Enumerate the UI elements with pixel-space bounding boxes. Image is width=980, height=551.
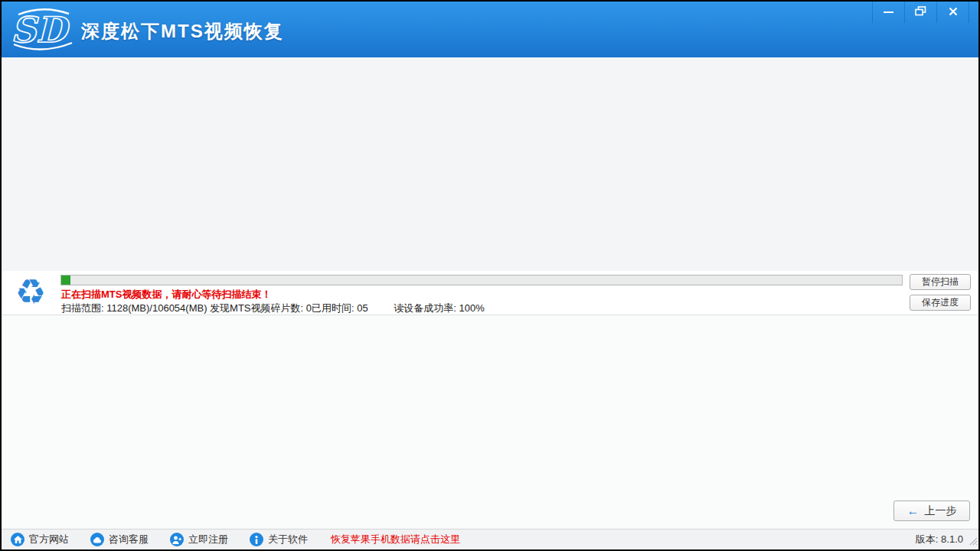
arrow-left-icon: ← xyxy=(907,505,920,517)
footer-link-label: 立即注册 xyxy=(188,533,228,546)
scan-action-buttons: 暂停扫描 保存进度 xyxy=(910,274,971,311)
footer-link-official-site[interactable]: 官方网站 xyxy=(11,533,69,546)
scan-progress-bar xyxy=(60,275,903,285)
recycle-scan-icon: ♻ xyxy=(11,272,51,312)
customer-service-icon xyxy=(90,533,104,546)
scan-range-value: 扫描范围: 1128(MB)/106054(MB) 发现MTS视频碎片数: 0 xyxy=(61,302,312,314)
elapsed-time-value: 已用时间: 05 xyxy=(312,302,368,314)
minimize-button[interactable] xyxy=(872,2,904,23)
footer-bar: 官方网站 咨询客服 立即注册 xyxy=(2,529,978,549)
apple-recovery-promo-link[interactable]: 恢复苹果手机数据请点击这里 xyxy=(331,533,460,546)
back-button-label: 上一步 xyxy=(925,504,957,518)
logo-text: SD xyxy=(11,9,70,51)
footer-link-label: 官方网站 xyxy=(29,533,69,546)
scan-status-message: 正在扫描MTS视频数据，请耐心等待扫描结束！ xyxy=(61,288,271,302)
footer-link-label: 咨询客服 xyxy=(109,533,149,546)
close-icon xyxy=(949,5,958,19)
resize-grip[interactable] xyxy=(969,535,978,549)
footer-link-about[interactable]: 关于软件 xyxy=(250,533,308,546)
app-window: SD 深度松下MTS视频恢复 xyxy=(2,2,978,549)
page-title: 深度松下MTS视频恢复 xyxy=(81,19,284,44)
window-controls xyxy=(872,2,969,23)
minimize-icon xyxy=(884,11,893,13)
title-bar: SD 深度松下MTS视频恢复 xyxy=(2,2,978,57)
scan-statistics: 扫描范围: 1128(MB)/106054(MB) 发现MTS视频碎片数: 0已… xyxy=(61,302,485,315)
scan-result-area xyxy=(2,57,978,272)
footer-link-customer-service[interactable]: 咨询客服 xyxy=(90,533,149,546)
scan-progress-panel: ♻ 正在扫描MTS视频数据，请耐心等待扫描结束！ 扫描范围: 1128(MB)/… xyxy=(2,271,978,315)
footer-link-label: 关于软件 xyxy=(268,533,308,546)
register-user-icon xyxy=(170,533,184,546)
lower-content-area xyxy=(2,315,978,528)
app-logo-icon: SD xyxy=(8,8,77,55)
footer-link-register[interactable]: 立即注册 xyxy=(170,533,228,546)
home-icon xyxy=(11,533,24,546)
scan-progress-fill xyxy=(61,276,70,285)
about-info-icon xyxy=(250,533,263,546)
close-button[interactable] xyxy=(936,2,969,23)
pause-scan-button[interactable]: 暂停扫描 xyxy=(910,274,971,290)
read-success-rate-value: 读设备成功率: 100% xyxy=(394,302,484,314)
restore-icon xyxy=(915,5,926,19)
restore-button[interactable] xyxy=(904,2,936,23)
save-progress-button[interactable]: 保存进度 xyxy=(910,295,971,311)
back-button[interactable]: ← 上一步 xyxy=(893,500,970,521)
